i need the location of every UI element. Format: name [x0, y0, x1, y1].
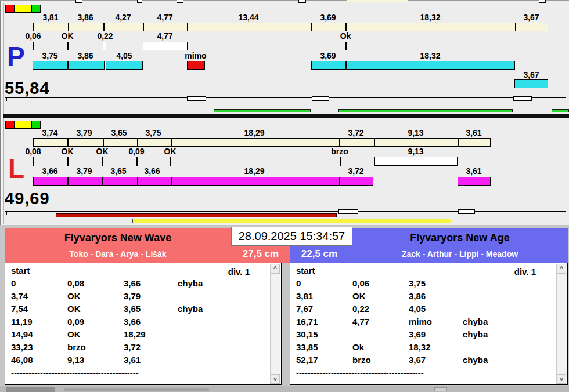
- l-mid-tick: [67, 157, 69, 166]
- table-cell: 33,85: [296, 341, 352, 354]
- table-row: 00,083,66chyba: [11, 277, 269, 290]
- l-top-label: 9,13: [408, 129, 423, 137]
- table-cell: 46,08: [11, 354, 67, 366]
- p-run-bar: [106, 61, 143, 70]
- l-mid-tick: [170, 157, 171, 166]
- l-mid-tick: [33, 157, 34, 166]
- table-cell: [178, 341, 234, 354]
- l-mid-label: 9,13: [408, 147, 423, 155]
- team-right-rows: 00,063,753,81OK3,867,670,224,0516,714,77…: [296, 277, 556, 366]
- table-cell: 11,19: [11, 315, 67, 328]
- p-baseline-tick: [6, 97, 7, 101]
- l-bottom-label: 3,61: [466, 167, 481, 175]
- table-row: 16,714,77mimochyba: [296, 315, 556, 328]
- light-yellow-icon: [23, 121, 32, 129]
- light-yellow-icon: [14, 121, 23, 129]
- table-divider: ----------------------------------------…: [11, 366, 269, 379]
- table-cell: OK: [352, 290, 409, 303]
- table-row: 3,74OK3,79: [11, 290, 269, 303]
- scroll-down-button[interactable]: v: [557, 374, 566, 384]
- table-cell: 4,05: [409, 303, 463, 315]
- p-measured-bar: [33, 23, 548, 31]
- l-top-label: 3,79: [76, 129, 92, 137]
- p-track-letter: P: [7, 44, 25, 68]
- team-left-name: Flyvaryors New Wave: [5, 232, 231, 244]
- p-green-bar: [552, 109, 569, 112]
- l-baseline-marker: [338, 209, 358, 214]
- table-cell: 18,29: [124, 328, 178, 341]
- scroll-up-button[interactable]: ^: [271, 264, 280, 274]
- table-cell: chyba: [463, 315, 519, 328]
- p-mid-marker: [103, 42, 106, 50]
- table-row: 33,23brzo3,72: [11, 341, 269, 354]
- team-left-jump-height: 27,5 cm: [231, 248, 290, 260]
- l-top-label: 3,65: [111, 129, 127, 137]
- l-top-label: 3,61: [466, 129, 481, 137]
- l-yellow-bar: [132, 219, 451, 223]
- l-run-bar: [458, 177, 491, 186]
- l-baseline: [5, 211, 566, 212]
- table-row: 30,153,69chyba: [296, 328, 556, 341]
- l-mid-tick: [102, 157, 103, 166]
- table-cell: 30,15: [296, 328, 352, 341]
- table-row: 7,670,224,05: [296, 303, 556, 315]
- table-cell: 9,13: [67, 354, 124, 366]
- table-cell: brzo: [352, 354, 409, 366]
- light-green-icon: [31, 5, 41, 13]
- table-cell: 3,66: [124, 277, 178, 290]
- team-right-scrollbar[interactable]: ^ v: [556, 264, 567, 384]
- team-right-name: Flyvaryors New Age: [352, 232, 568, 244]
- p-mid-marker: [143, 42, 188, 50]
- table-cell: brzo: [67, 341, 124, 354]
- table-cell: chyba: [178, 303, 234, 315]
- scroll-down-button[interactable]: v: [271, 374, 280, 384]
- l-total-time: 49,69: [5, 190, 50, 207]
- table-cell: chyba: [178, 277, 234, 290]
- l-top-label: 3,74: [42, 129, 57, 137]
- p-baseline-marker: [187, 96, 206, 101]
- table-cell: [463, 290, 519, 303]
- team-left-dogs: Toko - Dara - Arya - Lišák: [5, 249, 231, 259]
- team-left-scrollbar[interactable]: ^ v: [270, 264, 280, 384]
- p-top-label: 18,32: [420, 13, 440, 21]
- p-top-label: 3,69: [320, 13, 336, 21]
- light-yellow-icon: [14, 5, 23, 13]
- p-green-bar: [338, 109, 513, 112]
- light-yellow-icon: [23, 5, 32, 13]
- l-mid-label: 0,09: [128, 147, 144, 155]
- light-red-icon: [5, 121, 15, 129]
- p-top-label: 4,27: [115, 13, 131, 21]
- table-cell: chyba: [463, 354, 519, 366]
- table-row: 11,190,093,66: [11, 315, 269, 328]
- top-edge-artifact: [347, 0, 408, 2]
- table-cell: 0,09: [67, 315, 124, 328]
- p-start-lights: [6, 5, 41, 13]
- scroll-up-button[interactable]: ^: [557, 264, 566, 274]
- l-bottom-label: 3,79: [76, 167, 92, 175]
- p-top-label: 4,77: [157, 13, 172, 21]
- p-run-bar: [311, 61, 515, 70]
- p-top-label: 3,81: [42, 13, 58, 21]
- track-separator: [3, 114, 569, 118]
- table-cell: 0,08: [67, 277, 124, 290]
- l-mid-marker: [374, 157, 458, 166]
- table-cell: [178, 328, 234, 341]
- l-bottom-label: 3,66: [144, 167, 160, 175]
- table-row: 00,063,75: [296, 277, 556, 290]
- p-mid-tick: [33, 42, 34, 50]
- p-green-bar: [214, 109, 311, 112]
- taskbar-item: [6, 387, 55, 392]
- p-top-label: 13,44: [238, 13, 258, 21]
- light-green-icon: [31, 121, 41, 129]
- team-right-dogs: Zack - Arthur - Lippi - Meadow: [352, 249, 568, 259]
- p-total-time: 55,84: [5, 80, 50, 97]
- p-mid-label: 4,77: [157, 32, 172, 40]
- l-mid-label: 0,08: [25, 147, 41, 155]
- l-top-label: 3,72: [348, 129, 363, 137]
- table-cell: 3,67: [409, 354, 463, 366]
- table-cell: mimo: [409, 315, 463, 328]
- l-red-bar: [56, 213, 337, 217]
- l-mid-label: OK: [62, 147, 74, 155]
- l-bottom-label: 3,65: [110, 167, 126, 175]
- p-fault-box: [187, 61, 205, 70]
